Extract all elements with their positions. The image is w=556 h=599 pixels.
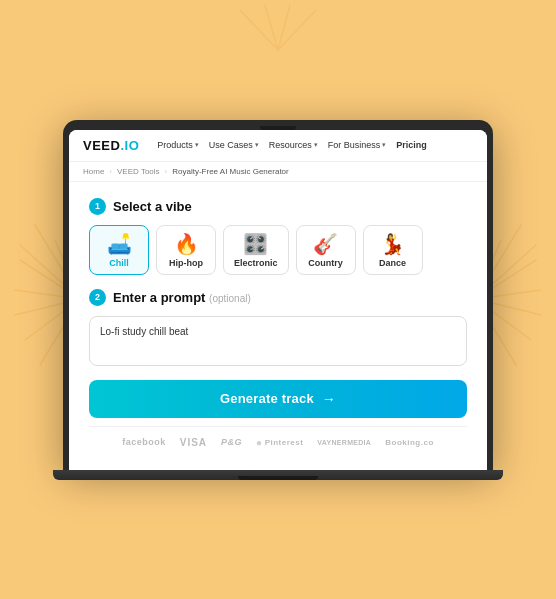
breadcrumb-sep: › [109,167,112,176]
screen-content: VEED.IO Products ▾ Use Cases ▾ Resources… [69,130,487,470]
vibe-country[interactable]: 🎸 Country [296,225,356,275]
navbar: VEED.IO Products ▾ Use Cases ▾ Resources… [69,130,487,162]
step1-number: 1 [89,198,106,215]
facebook-logo: facebook [122,437,166,447]
nav-links: Products ▾ Use Cases ▾ Resources ▾ For B… [157,140,473,150]
vayner-logo: VAYNERMEDIA [317,439,371,446]
pg-logo: P&G [221,437,242,447]
chevron-down-icon: ▾ [314,141,318,149]
chevron-down-icon: ▾ [382,141,386,149]
prompt-textarea[interactable]: Lo-fi study chill beat [89,316,467,366]
chill-label: Chill [109,258,129,268]
step2-optional: (optional) [209,293,251,304]
step2-number: 2 [89,289,106,306]
country-emoji: 🎸 [313,234,338,254]
generate-label: Generate track [220,391,314,406]
laptop-notch [260,126,296,130]
nav-resources[interactable]: Resources ▾ [269,140,318,150]
laptop-screen: VEED.IO Products ▾ Use Cases ▾ Resources… [63,120,493,470]
nav-for-business[interactable]: For Business ▾ [328,140,387,150]
vibe-electronic[interactable]: 🎛️ Electronic [223,225,289,275]
breadcrumb: Home › VEED Tools › Royalty-Free AI Musi… [69,162,487,182]
chill-emoji: 🛋️ [107,234,132,254]
booking-logo: Booking.co [385,438,434,447]
electronic-emoji: 🎛️ [243,234,268,254]
chevron-down-icon: ▾ [255,141,259,149]
breadcrumb-sep2: › [165,167,168,176]
svg-line-17 [265,5,278,50]
step1-header: 1 Select a vibe [89,198,467,215]
step2-title: Enter a prompt (optional) [113,290,251,305]
nav-use-cases[interactable]: Use Cases ▾ [209,140,259,150]
logo[interactable]: VEED.IO [83,138,139,153]
logo-accent: .IO [120,138,139,153]
laptop-base [53,470,503,480]
laptop-wrapper: VEED.IO Products ▾ Use Cases ▾ Resources… [53,120,503,480]
social-logos: facebook VISA P&G ● Pinterest VAYNERMEDI… [89,426,467,456]
vibe-hiphop[interactable]: 🔥 Hip-hop [156,225,216,275]
generate-button[interactable]: Generate track → [89,380,467,418]
vibe-dance[interactable]: 💃 Dance [363,225,423,275]
step1-title: Select a vibe [113,199,192,214]
arrow-icon: → [322,391,336,407]
breadcrumb-home[interactable]: Home [83,167,104,176]
pinterest-icon: ● [256,437,263,448]
visa-logo: VISA [180,437,207,448]
dance-label: Dance [379,258,406,268]
vibe-options: 🛋️ Chill 🔥 Hip-hop 🎛️ Electronic 🎸 Count… [89,225,467,275]
nav-pricing[interactable]: Pricing [396,140,427,150]
svg-line-16 [240,10,278,50]
hiphop-emoji: 🔥 [174,234,199,254]
main-content: 1 Select a vibe 🛋️ Chill 🔥 Hip-hop 🎛️ [69,182,487,470]
breadcrumb-current: Royalty-Free AI Music Generator [172,167,288,176]
svg-line-18 [278,5,290,50]
electronic-label: Electronic [234,258,278,268]
chevron-down-icon: ▾ [195,141,199,149]
country-label: Country [308,258,343,268]
vibe-chill[interactable]: 🛋️ Chill [89,225,149,275]
hiphop-label: Hip-hop [169,258,203,268]
dance-emoji: 💃 [380,234,405,254]
svg-line-19 [278,10,316,50]
pinterest-logo: ● Pinterest [256,437,303,448]
breadcrumb-veed-tools[interactable]: VEED Tools [117,167,160,176]
step2-header: 2 Enter a prompt (optional) [89,289,467,306]
nav-products[interactable]: Products ▾ [157,140,199,150]
